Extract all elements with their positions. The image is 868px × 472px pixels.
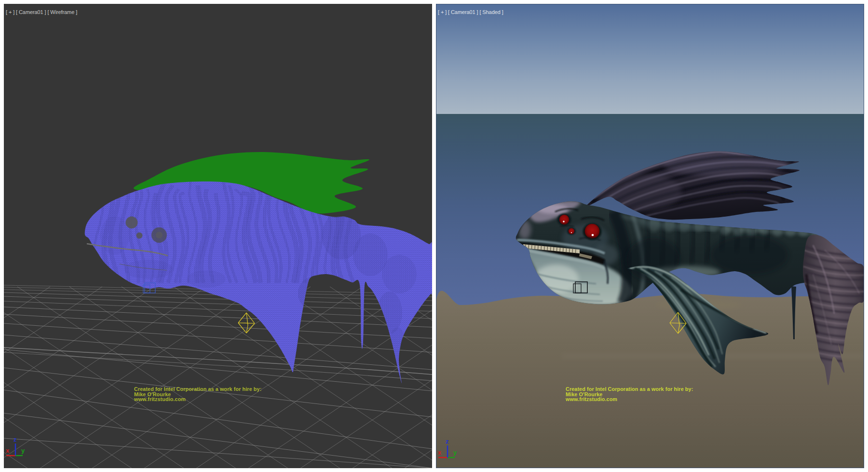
svg-text:y: y (453, 449, 457, 456)
svg-text:www.fritzstudio.com: www.fritzstudio.com (565, 396, 617, 402)
svg-text:z: z (446, 438, 449, 445)
svg-text:z: z (14, 436, 17, 443)
svg-text:[ + ] [ Camera01 ] [ Wireframe: [ + ] [ Camera01 ] [ Wireframe ] (6, 9, 77, 15)
svg-text:[ + ] [ Camera01 ] [ Shaded ]: [ + ] [ Camera01 ] [ Shaded ] (438, 9, 503, 15)
svg-text:y: y (21, 447, 25, 454)
svg-text:x: x (438, 449, 442, 456)
svg-text:www.fritzstudio.com: www.fritzstudio.com (134, 396, 186, 402)
svg-text:x: x (6, 447, 10, 454)
